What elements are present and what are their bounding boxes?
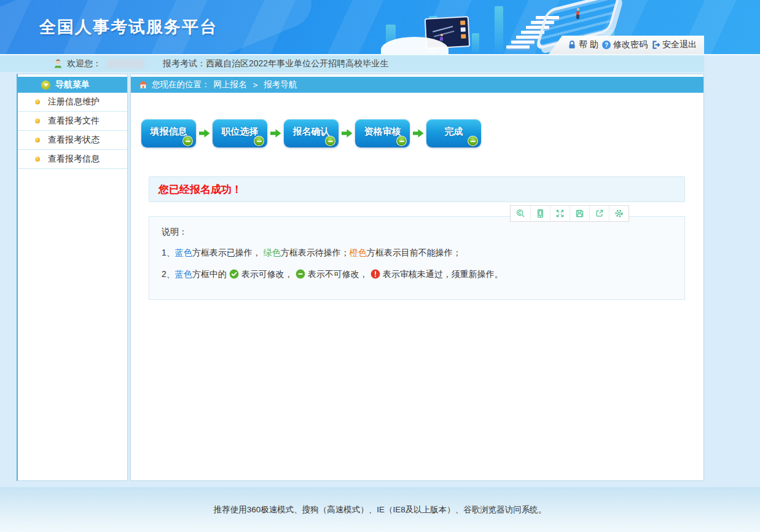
page-toolbar [510, 205, 629, 222]
exit-icon [651, 40, 660, 50]
success-message-box: 您已经报名成功！ [149, 176, 685, 202]
question-icon: ? [601, 40, 611, 50]
flow-step-confirm[interactable]: 报名确认 [284, 119, 339, 147]
page: 全国人事考试服务平台 帮 助 ? 修改密码 安全退出 [0, 0, 760, 532]
minus-badge-icon [254, 136, 264, 146]
utility-menu: 帮 助 ? 修改密码 安全退出 [549, 36, 704, 54]
sidebar-item-view-info[interactable]: 查看报考信息 [18, 150, 127, 169]
chevron-down-icon [41, 80, 50, 90]
flow-step-qualification[interactable]: 资格审核 [355, 119, 410, 147]
change-password-link[interactable]: ? 修改密码 [601, 39, 648, 50]
change-password-label: 修改密码 [613, 39, 648, 50]
user-name-redacted [106, 59, 144, 69]
minus-circle-icon [296, 269, 305, 279]
main-content: 您现在的位置： 网上报名 > 报考导航 填报信息 职位选择 报名确认 [130, 74, 704, 481]
bullet-icon [35, 119, 40, 123]
content-container: 导航菜单 注册信息维护 查看报考文件 查看报考状态 查看报考信息 [17, 74, 704, 481]
logout-label: 安全退出 [662, 39, 697, 50]
logout-link[interactable]: 安全退出 [651, 39, 697, 50]
minus-badge-icon [325, 136, 335, 146]
help-link[interactable]: 帮 助 [567, 39, 598, 50]
arrow-right-icon [199, 128, 210, 138]
breadcrumb-label: 您现在的位置： [152, 79, 210, 90]
greeting-label: 欢迎您： [67, 58, 101, 69]
breadcrumb-section[interactable]: 网上报名 [214, 79, 247, 90]
bullet-icon [35, 138, 40, 143]
breadcrumb-current: 报考导航 [264, 79, 297, 90]
flow-step-complete[interactable]: 完成 [426, 119, 481, 147]
welcome-bar: 欢迎您： 报考考试： 西藏自治区2022年事业单位公开招聘高校毕业生 [0, 55, 704, 72]
exam-label: 报考考试： [163, 58, 206, 69]
notes-box: 说明： 1、蓝色方框表示已操作， 绿色方框表示待操作；橙色方框表示目前不能操作；… [149, 216, 685, 300]
mobile-icon[interactable] [530, 206, 550, 221]
settings-icon[interactable] [609, 206, 629, 221]
sidebar-item-register-info[interactable]: 注册信息维护 [18, 93, 127, 112]
sidebar-item-label: 查看报考信息 [48, 154, 100, 165]
blue-word: 蓝色 [175, 267, 192, 281]
notes-line-1: 1、蓝色方框表示已操作， 绿色方框表示待操作；橙色方框表示目前不能操作； [162, 246, 672, 259]
bullet-icon [35, 100, 40, 104]
bullet-icon [35, 157, 40, 162]
sidebar-item-label: 查看报考状态 [48, 135, 100, 146]
magnifier-icon[interactable] [511, 206, 530, 221]
arrow-right-icon [413, 128, 424, 138]
footer-text: 推荐使用360极速模式、搜狗（高速模式）、IE（IE8及以上版本）、谷歌浏览器访… [214, 504, 547, 515]
green-word: 绿色 [264, 246, 281, 259]
breadcrumb: 您现在的位置： 网上报名 > 报考导航 [131, 77, 703, 93]
export-icon[interactable] [589, 206, 609, 221]
help-label: 帮 助 [579, 39, 598, 50]
check-circle-icon [229, 269, 239, 279]
exam-name: 西藏自治区2022年事业单位公开招聘高校毕业生 [206, 58, 388, 69]
sidebar-item-label: 注册信息维护 [48, 96, 100, 108]
success-message: 您已经报名成功！ [159, 182, 242, 197]
fullscreen-icon[interactable] [550, 206, 570, 221]
app-header: 全国人事考试服务平台 帮 助 ? 修改密码 安全退出 [0, 0, 760, 55]
arrow-right-icon [270, 128, 281, 138]
sidebar: 导航菜单 注册信息维护 查看报考文件 查看报考状态 查看报考信息 [17, 74, 128, 481]
sidebar-item-view-status[interactable]: 查看报考状态 [18, 131, 127, 150]
svg-text:?: ? [605, 42, 608, 49]
sidebar-nav-header[interactable]: 导航菜单 [18, 77, 127, 93]
page-title: 全国人事考试服务平台 [39, 16, 217, 38]
footer: 推荐使用360极速模式、搜狗（高速模式）、IE（IE8及以上版本）、谷歌浏览器访… [0, 487, 760, 532]
sidebar-title: 导航菜单 [55, 79, 90, 90]
process-flow: 填报信息 职位选择 报名确认 资格审核 [141, 119, 703, 147]
notes-line-2: 2、蓝色方框中的 表示可修改， 表示不可修改， 表示审核未通过，须重新操作。 [162, 267, 672, 281]
orange-word: 橙色 [350, 246, 367, 259]
sidebar-item-view-documents[interactable]: 查看报考文件 [18, 112, 127, 131]
alert-circle-icon [370, 269, 380, 279]
arrow-right-icon [342, 128, 353, 138]
notes-title: 说明： [162, 227, 672, 238]
minus-badge-icon [468, 136, 478, 146]
minus-badge-icon [396, 136, 407, 146]
save-icon[interactable] [570, 206, 589, 221]
breadcrumb-separator: > [253, 80, 258, 90]
flow-step-fill-info[interactable]: 填报信息 [141, 119, 196, 147]
flow-step-position-select[interactable]: 职位选择 [213, 119, 267, 147]
user-avatar-icon [53, 58, 63, 69]
sidebar-item-label: 查看报考文件 [48, 115, 100, 127]
home-icon [138, 80, 148, 90]
lock-icon [567, 40, 577, 50]
blue-word: 蓝色 [175, 246, 192, 259]
minus-badge-icon [182, 136, 193, 146]
